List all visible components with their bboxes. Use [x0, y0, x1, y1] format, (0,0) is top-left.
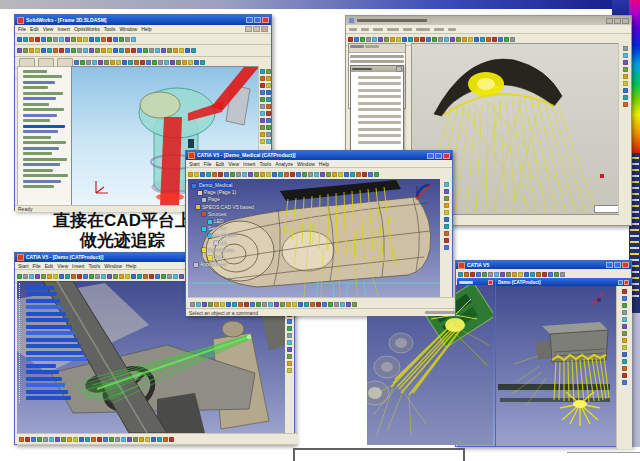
tree-item[interactable]: Page: [208, 196, 220, 203]
maximize-icon[interactable]: [254, 17, 261, 23]
maximize-icon[interactable]: [614, 262, 621, 268]
menu-tools[interactable]: Tools: [104, 26, 116, 32]
tree-icon: [208, 234, 212, 238]
mdi-restore-icon[interactable]: [253, 26, 260, 32]
toolbar-standard[interactable]: [15, 34, 271, 45]
catia-app-icon: [17, 254, 24, 261]
menu-view[interactable]: View: [57, 263, 68, 269]
tree-item[interactable]: SPEOS CAD V5 based: [202, 204, 254, 211]
feature-tree[interactable]: [17, 66, 73, 207]
divider-line: [567, 452, 640, 453]
tree-tab[interactable]: [365, 45, 379, 48]
maximize-icon[interactable]: [435, 153, 442, 159]
window-title: CATIA V5 - [Demo_Medical (CATProduct)]: [197, 151, 425, 160]
tree-icon: [192, 184, 196, 188]
menu-edit[interactable]: Edit: [30, 26, 39, 32]
menu-optisworks[interactable]: OptisWorks: [74, 26, 100, 32]
menu-insert[interactable]: Insert: [57, 26, 70, 32]
menu-window[interactable]: Window: [104, 263, 122, 269]
maximize-icon[interactable]: [614, 18, 621, 24]
mdi-minimize-icon[interactable]: [245, 26, 252, 32]
menu-help[interactable]: Help: [126, 263, 136, 269]
menu-window[interactable]: Window: [297, 161, 315, 167]
close-icon[interactable]: [622, 18, 629, 24]
tree-item[interactable]: Applications: [200, 261, 227, 268]
palette-tree-rows: [351, 76, 403, 144]
tree-icon: [202, 227, 206, 231]
tree-icon: [208, 256, 212, 260]
bottom-text-box: [293, 448, 465, 461]
menubar[interactable]: File Edit View Insert OptisWorks Tools W…: [15, 25, 271, 34]
close-icon[interactable]: [622, 262, 629, 268]
mdi-close-icon[interactable]: [261, 26, 268, 32]
right-toolbar[interactable]: [618, 43, 631, 216]
menu-tools[interactable]: Tools: [260, 161, 272, 167]
minimize-icon[interactable]: [606, 262, 613, 268]
tree-item[interactable]: Irradiance: [214, 232, 236, 239]
tree-item[interactable]: 3D: [220, 240, 226, 247]
spec-tree[interactable]: Demo_Medical Page (Page 1) Page SPEOS CA…: [192, 182, 282, 268]
tree-icon: [198, 191, 202, 195]
tree-icon: [208, 220, 212, 224]
menu-file[interactable]: File: [18, 26, 26, 32]
right-toolbar[interactable]: [440, 179, 452, 300]
close-icon[interactable]: [488, 280, 493, 285]
slide-canvas: SolidWorks - [Frame 3D.SLDASM] File Edit…: [0, 0, 640, 461]
tree-item[interactable]: Sources: [208, 211, 226, 218]
menu-view[interactable]: View: [43, 26, 54, 32]
child-viewport-right[interactable]: [496, 286, 616, 446]
menubar[interactable]: Start File Edit View Insert Tools Analyz…: [186, 160, 452, 168]
menu-start[interactable]: Start: [189, 161, 200, 167]
close-icon[interactable]: [443, 153, 450, 159]
catia-compass-icon[interactable]: [414, 182, 436, 200]
menu-insert[interactable]: Insert: [72, 263, 85, 269]
bottom-toolbar[interactable]: [17, 433, 298, 445]
menu-analyze[interactable]: Analyze: [275, 161, 293, 167]
tree-item[interactable]: Simulations: [208, 247, 234, 254]
text-field[interactable]: [594, 205, 619, 213]
floating-tree-palette[interactable]: [350, 65, 404, 163]
pcb-raytrace-graphic: [367, 285, 493, 445]
close-icon[interactable]: [624, 280, 629, 285]
titlebar[interactable]: CATIA V5: [456, 261, 631, 269]
menu-view[interactable]: View: [228, 161, 239, 167]
close-icon[interactable]: [262, 17, 269, 23]
viewport-medical-body[interactable]: Demo_Medical Page (Page 1) Page SPEOS CA…: [188, 179, 440, 297]
catia-app-icon: [458, 262, 465, 269]
catia-compass-icon[interactable]: [590, 290, 610, 308]
menu-help[interactable]: Help: [141, 26, 151, 32]
tree-icon: [196, 205, 200, 209]
window-title: [357, 16, 604, 25]
viewport-pcb-raytrace[interactable]: [367, 285, 493, 445]
minimize-icon[interactable]: [606, 18, 613, 24]
palette-titlebar[interactable]: [351, 66, 403, 72]
minimize-icon[interactable]: [427, 153, 434, 159]
tree-tab[interactable]: [350, 45, 364, 48]
tree-icon: [202, 248, 206, 252]
menu-edit[interactable]: Edit: [216, 161, 225, 167]
menu-window[interactable]: Window: [119, 26, 137, 32]
menu-file[interactable]: File: [33, 263, 41, 269]
child-titlebar[interactable]: Demo (CATProduct): [496, 278, 631, 286]
titlebar[interactable]: CATIA V5 - [Demo_Medical (CATProduct)]: [186, 151, 452, 160]
tree-icon: [194, 263, 198, 267]
status-text: Select an object or a command: [189, 310, 258, 316]
menu-help[interactable]: Help: [319, 161, 329, 167]
minimize-icon[interactable]: [246, 17, 253, 23]
titlebar[interactable]: [346, 16, 631, 25]
titlebar[interactable]: SolidWorks - [Frame 3D.SLDASM]: [15, 15, 271, 25]
right-toolbar[interactable]: [616, 286, 632, 449]
top-gradient-band: [0, 0, 640, 9]
child-window-right[interactable]: Demo (CATProduct): [495, 278, 631, 446]
menu-edit[interactable]: Edit: [45, 263, 54, 269]
menu-tools[interactable]: Tools: [89, 263, 101, 269]
palette-close-icon[interactable]: [396, 66, 402, 72]
maximize-icon[interactable]: [618, 280, 623, 285]
spec-tree[interactable]: [19, 283, 90, 403]
marker-dot: [600, 174, 604, 178]
menu-file[interactable]: File: [204, 161, 212, 167]
menubar[interactable]: [346, 25, 631, 34]
menu-start[interactable]: Start: [18, 263, 29, 269]
toolbar-optis[interactable]: [15, 45, 271, 57]
menu-insert[interactable]: Insert: [243, 161, 256, 167]
